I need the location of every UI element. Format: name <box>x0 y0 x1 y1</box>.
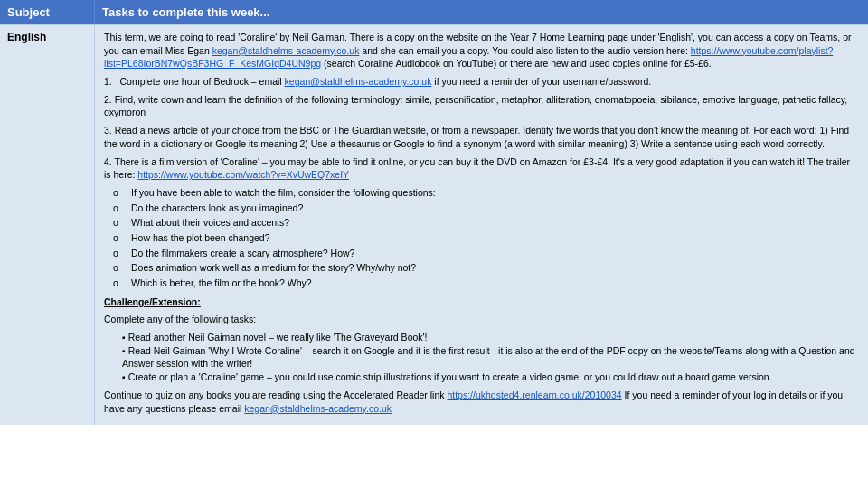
task2-text: Find, write down and learn the definitio… <box>104 94 847 118</box>
film-question-text: Do the filmmakers create a scary atmosph… <box>131 247 354 260</box>
film-question-text: What about their voices and accents? <box>131 216 289 230</box>
task2-paragraph: 2. Find, write down and learn the defini… <box>104 93 859 119</box>
intro-text-3: (search Coraline Audiobook on YouTube) o… <box>321 58 712 69</box>
challenge-label: Challenge/Extension: <box>104 296 859 309</box>
header-subject: Subject <box>0 0 95 24</box>
film-questions-list: oIf you have been able to watch the film… <box>113 186 859 290</box>
task3-number: 3. <box>104 125 115 136</box>
challenge-task-item: Create or plan a 'Coraline' game – you c… <box>122 371 859 384</box>
intro-text-2: and she can email you a copy. You could … <box>359 45 690 56</box>
film-question-item: oDoes animation work well as a medium fo… <box>113 261 859 275</box>
main-table: Subject Tasks to complete this week... E… <box>0 0 868 425</box>
task4-number: 4. <box>104 156 114 167</box>
task3-text: Read a news article of your choice from … <box>104 125 849 149</box>
film-question-text: If you have been able to watch the film,… <box>131 186 436 200</box>
intro-email-link[interactable]: kegan@staldhelms-academy.co.uk <box>212 45 360 56</box>
task3-paragraph: 3. Read a news article of your choice fr… <box>104 124 859 150</box>
film-question-text: How has the plot been changed? <box>131 231 270 245</box>
film-question-text: Do the characters look as you imagined? <box>131 202 303 215</box>
task1-email-link[interactable]: kegan@staldhelms-academy.co.uk <box>285 76 432 87</box>
tasks-cell: This term, we are going to read 'Coralin… <box>95 25 868 425</box>
film-question-item: oHow has the plot been changed? <box>113 231 859 245</box>
challenge-intro: Complete any of the following tasks: <box>104 313 859 326</box>
challenge-task-item: Read Neil Gaiman 'Why I Wrote Coraline' … <box>122 344 859 371</box>
footer-paragraph: Continue to quiz on any books you are re… <box>104 389 859 415</box>
table-header: Subject Tasks to complete this week... <box>0 0 868 24</box>
film-question-item: oDo the filmmakers create a scary atmosp… <box>113 247 859 260</box>
subject-cell: English <box>0 25 95 425</box>
footer-text-1: Continue to quiz on any books you are re… <box>104 389 447 400</box>
task4-trailer-link[interactable]: https://www.youtube.com/watch?v=XvUwEQ7x… <box>137 169 349 180</box>
film-question-item: oDo the characters look as you imagined? <box>113 202 859 215</box>
challenge-tasks-list: Read another Neil Gaiman novel – we real… <box>122 331 859 384</box>
challenge-task-item: Read another Neil Gaiman novel – we real… <box>122 331 859 344</box>
film-question-item: oWhich is better, the film or the book? … <box>113 277 859 290</box>
film-question-item: oIf you have been able to watch the film… <box>113 186 859 200</box>
footer-email-link[interactable]: kegan@staldhelms-academy.co.uk <box>244 403 392 414</box>
table-row: English This term, we are going to read … <box>0 24 868 425</box>
film-question-text: Does animation work well as a medium for… <box>131 261 416 275</box>
task2-number: 2. <box>104 94 115 105</box>
task1-number: 1. Complete one hour of Bedrock – email <box>104 76 285 87</box>
task4-paragraph: 4. There is a film version of 'Coraline'… <box>104 155 859 182</box>
task1-end: if you need a reminder of your username/… <box>431 76 651 87</box>
intro-paragraph: This term, we are going to read 'Coralin… <box>104 31 859 70</box>
film-question-text: Which is better, the film or the book? W… <box>131 277 312 290</box>
header-tasks: Tasks to complete this week... <box>95 0 868 24</box>
footer-ar-link[interactable]: https://ukhosted4.renlearn.co.uk/2010034 <box>447 389 621 400</box>
film-question-item: oWhat about their voices and accents? <box>113 216 859 230</box>
task1-paragraph: 1. Complete one hour of Bedrock – email … <box>104 75 859 89</box>
